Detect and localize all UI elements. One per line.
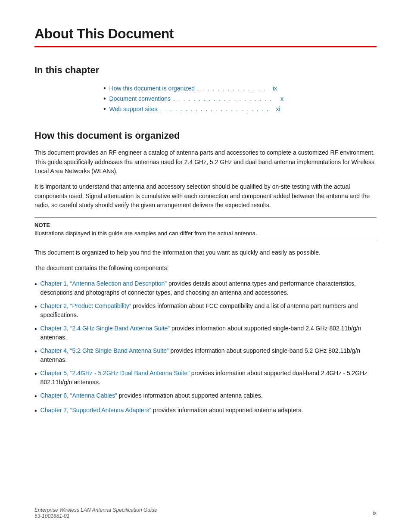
chapter-5-link[interactable]: Chapter 5, “2.4GHz - 5.2GHz Dual Band An…: [40, 370, 190, 376]
chapter-1-link[interactable]: Chapter 1, “Antenna Selection and Descri…: [40, 280, 167, 287]
how-organized-section: How this document is organized This docu…: [34, 130, 377, 416]
toc-list: How this document is organized . . . . .…: [34, 84, 377, 113]
chapter-item-2: Chapter 2, “Product Compatibility” provi…: [34, 302, 377, 320]
paragraph-4: The document contains the following comp…: [34, 264, 377, 273]
toc-dots-3: . . . . . . . . . . . . . . . . . . . . …: [160, 106, 269, 112]
chapter-1-text: Chapter 1, “Antenna Selection and Descri…: [40, 279, 377, 297]
toc-page-1: ix: [268, 85, 277, 92]
footer-docnum: 53-1001881-01: [34, 513, 69, 519]
chapter-item-5: Chapter 5, “2.4GHz - 5.2GHz Dual Band An…: [34, 369, 377, 387]
chapter-7-text: Chapter 7, “Supported Antenna Adapters” …: [40, 406, 303, 415]
chapter-6-text: Chapter 6, “Antenna Cables” provides inf…: [40, 391, 263, 400]
chapter-6-link[interactable]: Chapter 6, “Antenna Cables”: [40, 392, 117, 399]
paragraph-1: This document provides an RF engineer a …: [34, 148, 377, 176]
toc-label-1: How this document is organized: [109, 85, 195, 92]
chapter-item-6: Chapter 6, “Antenna Cables” provides inf…: [34, 391, 377, 401]
how-organized-heading: How this document is organized: [34, 130, 377, 141]
chapters-list: Chapter 1, “Antenna Selection and Descri…: [34, 279, 377, 416]
chapter-3-text: Chapter 3, “2.4 GHz Single Band Antenna …: [40, 324, 377, 342]
footer: Enterprise Wireless LAN Antenna Specific…: [34, 507, 377, 519]
in-this-chapter-heading: In this chapter: [34, 65, 377, 76]
note-text: Illustrations displayed in this guide ar…: [34, 230, 377, 236]
toc-item-1: How this document is organized . . . . .…: [103, 84, 377, 92]
chapter-4-link[interactable]: Chapter 4, “5.2 Ghz Single Band Antenna …: [40, 347, 169, 354]
chapter-2-link[interactable]: Chapter 2, “Product Compatibility”: [40, 302, 131, 309]
chapter-item-1: Chapter 1, “Antenna Selection and Descri…: [34, 279, 377, 297]
chapter-7-link[interactable]: Chapter 7, “Supported Antenna Adapters”: [40, 407, 152, 414]
paragraph-3: This document is organized to help you f…: [34, 248, 377, 258]
chapter-2-text: Chapter 2, “Product Compatibility” provi…: [40, 302, 377, 320]
chapter-7-desc: provides information about supported ant…: [151, 407, 303, 414]
chapter-item-4: Chapter 4, “5.2 Ghz Single Band Antenna …: [34, 346, 377, 364]
toc-label-2: Document conventions: [109, 95, 171, 102]
toc-item-3: Web support sites . . . . . . . . . . . …: [103, 105, 377, 113]
page-title: About This Document: [34, 26, 377, 42]
toc-page-2: x: [275, 95, 283, 102]
toc-dots-1: . . . . . . . . . . . . . .: [197, 85, 266, 92]
note-box: NOTE Illustrations displayed in this gui…: [34, 217, 377, 241]
toc-label-3: Web support sites: [109, 106, 158, 112]
footer-left: Enterprise Wireless LAN Antenna Specific…: [34, 507, 157, 519]
toc-link-3[interactable]: Web support sites . . . . . . . . . . . …: [109, 106, 280, 112]
note-label: NOTE: [34, 222, 377, 228]
chapter-6-desc: provides information about supported ant…: [117, 392, 263, 399]
paragraph-2: It is important to understand that anten…: [34, 182, 377, 210]
page-container: About This Document In this chapter How …: [0, 0, 411, 532]
in-this-chapter-section: In this chapter How this document is org…: [34, 65, 377, 113]
chapter-4-text: Chapter 4, “5.2 Ghz Single Band Antenna …: [40, 346, 377, 364]
chapter-item-3: Chapter 3, “2.4 GHz Single Band Antenna …: [34, 324, 377, 342]
toc-link-1[interactable]: How this document is organized . . . . .…: [109, 85, 277, 92]
chapter-5-text: Chapter 5, “2.4GHz - 5.2GHz Dual Band An…: [40, 369, 377, 387]
toc-item-2: Document conventions . . . . . . . . . .…: [103, 95, 377, 103]
title-divider: [34, 46, 377, 47]
chapter-item-7: Chapter 7, “Supported Antenna Adapters” …: [34, 406, 377, 416]
toc-link-2[interactable]: Document conventions . . . . . . . . . .…: [109, 95, 283, 102]
toc-page-3: xi: [272, 106, 280, 112]
footer-title: Enterprise Wireless LAN Antenna Specific…: [34, 507, 157, 513]
toc-dots-2: . . . . . . . . . . . . . . . . . . . .: [173, 95, 272, 102]
footer-page: ix: [373, 510, 377, 516]
chapter-3-link[interactable]: Chapter 3, “2.4 GHz Single Band Antenna …: [40, 325, 170, 332]
